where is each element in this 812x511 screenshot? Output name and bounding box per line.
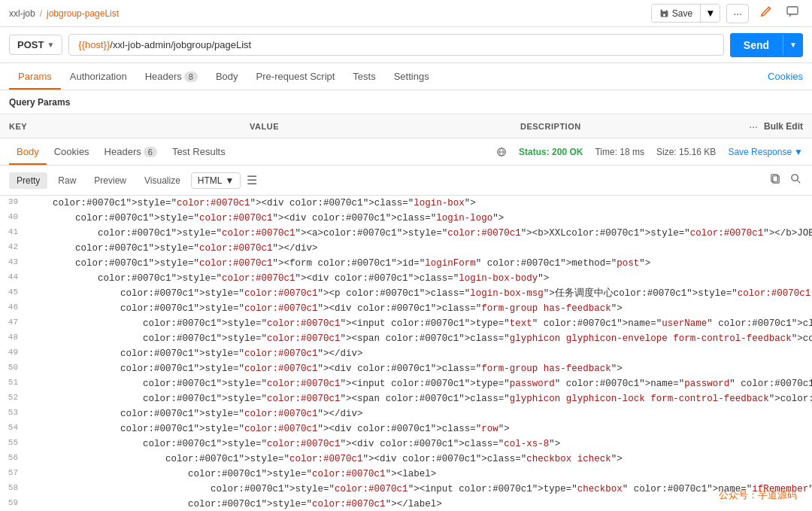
line-content: color:#0070c1">style="color:#0070c1"><di… xyxy=(30,361,812,376)
table-row: 57 color:#0070c1">style="color:#0070c1">… xyxy=(0,467,812,482)
table-row: 55 color:#0070c1">style="color:#0070c1">… xyxy=(0,436,812,452)
save-dropdown-arrow[interactable]: ▼ xyxy=(700,5,720,22)
table-row: 52 color:#0070c1">style="color:#0070c1">… xyxy=(0,391,812,406)
table-row: 43 color:#0070c1">style="color:#0070c1">… xyxy=(0,256,812,271)
code-tab-pretty[interactable]: Pretty xyxy=(9,172,47,189)
resp-tab-body[interactable]: Body xyxy=(9,140,47,165)
send-dropdown-arrow[interactable]: ▼ xyxy=(783,35,803,55)
line-number: 59 xyxy=(0,497,30,510)
line-number: 44 xyxy=(0,271,30,284)
response-tabs: Body Cookies Headers6 Test Results Statu… xyxy=(0,138,812,166)
line-content: color:#0070c1">style="color:#0070c1"><di… xyxy=(30,301,812,316)
table-row: 42 color:#0070c1">style="color:#0070c1">… xyxy=(0,241,812,256)
resp-tab-test-results[interactable]: Test Results xyxy=(165,140,233,165)
copy-icon-button[interactable] xyxy=(768,172,783,189)
code-format-tabs: Pretty Raw Preview Visualize HTML ▼ ☰ xyxy=(0,166,812,196)
code-action-icons xyxy=(768,172,803,189)
tab-params[interactable]: Params xyxy=(9,65,61,90)
params-table-header: KEY VALUE DESCRIPTION ··· Bulk Edit xyxy=(0,114,812,138)
url-input[interactable]: {{host}}/xxl-job-admin/jobgroup/pageList xyxy=(68,34,724,56)
line-content: color:#0070c1">style="color:#0070c1"><di… xyxy=(30,196,812,211)
tab-tests[interactable]: Tests xyxy=(344,65,384,90)
table-row: 47 color:#0070c1">style="color:#0070c1">… xyxy=(0,316,812,331)
tab-body[interactable]: Body xyxy=(207,65,247,90)
line-number: 47 xyxy=(0,316,30,330)
line-content: color:#0070c1">style="color:#0070c1"></d… xyxy=(30,346,812,361)
save-icon xyxy=(659,8,669,18)
table-row: 40 color:#0070c1">style="color:#0070c1">… xyxy=(0,211,812,226)
code-tab-visualize[interactable]: Visualize xyxy=(137,172,188,189)
code-scroll[interactable]: 39 color:#0070c1">style="color:#0070c1">… xyxy=(0,196,812,511)
top-bar: xxl-job / jobgroup-pageList Save ▼ ··· xyxy=(0,0,812,27)
breadcrumb-part1: xxl-job xyxy=(9,8,35,19)
line-content: color:#0070c1">style="color:#0070c1"><di… xyxy=(30,452,812,467)
svg-point-6 xyxy=(792,175,798,181)
line-content: color:#0070c1">style="color:#0070c1"><di… xyxy=(30,436,812,452)
table-row: 39 color:#0070c1">style="color:#0070c1">… xyxy=(0,196,812,211)
table-row: 54 color:#0070c1">style="color:#0070c1">… xyxy=(0,421,812,436)
save-response-button[interactable]: Save Response ▼ xyxy=(728,147,803,157)
code-tab-preview[interactable]: Preview xyxy=(86,172,134,189)
table-row: 41 color:#0070c1">style="color:#0070c1">… xyxy=(0,226,812,241)
line-number: 52 xyxy=(0,391,30,405)
line-content: color:#0070c1">style="color:#0070c1"><a>… xyxy=(30,226,812,241)
method-label: POST xyxy=(17,39,44,50)
resp-headers-badge: 6 xyxy=(144,147,157,157)
filter-icon[interactable]: ☰ xyxy=(247,173,257,187)
line-content: color:#0070c1">style="color:#0070c1"></d… xyxy=(30,406,812,421)
line-content: color:#0070c1">style="color:#0070c1"><di… xyxy=(30,421,812,436)
svg-rect-0 xyxy=(787,7,798,14)
table-row: 49 color:#0070c1">style="color:#0070c1">… xyxy=(0,346,812,361)
cookies-link[interactable]: Cookies xyxy=(768,71,803,82)
tab-settings[interactable]: Settings xyxy=(385,65,438,90)
line-number: 54 xyxy=(0,421,30,435)
request-tabs: Params Authorization Headers8 Body Pre-r… xyxy=(0,63,812,90)
breadcrumb-part2: jobgroup-pageList xyxy=(47,8,119,19)
resp-tab-headers[interactable]: Headers6 xyxy=(97,140,165,165)
send-button[interactable]: Send xyxy=(730,33,783,57)
table-row: 50 color:#0070c1">style="color:#0070c1">… xyxy=(0,361,812,376)
headers-badge: 8 xyxy=(184,71,198,82)
line-content: color:#0070c1">style="color:#0070c1"><p … xyxy=(30,286,812,301)
line-number: 51 xyxy=(0,376,30,390)
table-row: 56 color:#0070c1">style="color:#0070c1">… xyxy=(0,452,812,467)
table-row: 45 color:#0070c1">style="color:#0070c1">… xyxy=(0,286,812,301)
table-row: 59 color:#0070c1">style="color:#0070c1">… xyxy=(0,497,812,511)
tab-headers[interactable]: Headers8 xyxy=(136,65,207,90)
line-number: 40 xyxy=(0,211,30,224)
watermark: 公众号：芋道源码 xyxy=(719,488,797,504)
table-row: 46 color:#0070c1">style="color:#0070c1">… xyxy=(0,301,812,316)
line-number: 43 xyxy=(0,256,30,269)
line-content: color:#0070c1">style="color:#0070c1"></l… xyxy=(30,497,812,511)
bulk-edit-button[interactable]: Bulk Edit xyxy=(764,121,803,132)
resp-tab-cookies[interactable]: Cookies xyxy=(47,140,97,165)
line-content: color:#0070c1">style="color:#0070c1"></d… xyxy=(30,241,812,256)
copy-icon xyxy=(770,173,781,184)
search-icon-button[interactable] xyxy=(789,172,803,189)
comment-icon-button[interactable] xyxy=(782,5,803,23)
more-options-button[interactable]: ··· xyxy=(726,4,749,23)
table-more-button[interactable]: ··· xyxy=(749,120,758,132)
url-bar: POST ▼ {{host}}/xxl-job-admin/jobgroup/p… xyxy=(0,27,812,63)
code-area: 39 color:#0070c1">style="color:#0070c1">… xyxy=(0,196,812,511)
col-desc-header: DESCRIPTION xyxy=(520,122,749,131)
method-arrow: ▼ xyxy=(47,41,54,49)
globe-icon xyxy=(496,147,507,157)
line-number: 39 xyxy=(0,196,30,209)
response-time: Time: 18 ms xyxy=(595,147,644,157)
url-host: {{host}} xyxy=(78,39,110,50)
method-select[interactable]: POST ▼ xyxy=(9,35,62,55)
tab-pre-request[interactable]: Pre-request Script xyxy=(247,65,344,90)
line-content: color:#0070c1">style="color:#0070c1"><di… xyxy=(30,211,812,226)
code-tab-raw[interactable]: Raw xyxy=(50,172,83,189)
edit-icon-button[interactable] xyxy=(755,5,776,23)
tab-authorization[interactable]: Authorization xyxy=(61,65,136,90)
top-bar-actions: Save ▼ ··· xyxy=(651,4,803,23)
save-button[interactable]: Save xyxy=(652,5,700,22)
format-select[interactable]: HTML ▼ xyxy=(191,172,241,189)
response-status-info: Status: 200 OK Time: 18 ms Size: 15.16 K… xyxy=(496,147,803,157)
line-content: color:#0070c1">style="color:#0070c1"><in… xyxy=(30,482,812,497)
save-button-group: Save ▼ xyxy=(651,4,721,23)
table-row: 51 color:#0070c1">style="color:#0070c1">… xyxy=(0,376,812,391)
response-size: Size: 15.16 KB xyxy=(656,147,716,157)
